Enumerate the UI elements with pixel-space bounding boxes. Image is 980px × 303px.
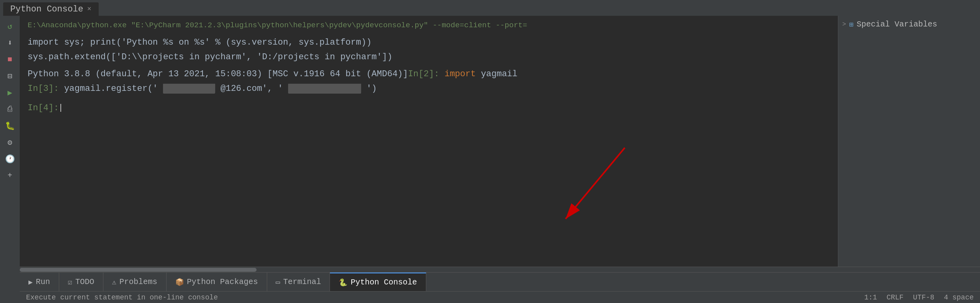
console-tab-icon: 🐍 (339, 278, 347, 287)
in4-line: In[4]: (28, 102, 830, 115)
console-wrapper: E:\Anaconda\python.exe "E:\PyCharm 2021.… (20, 16, 980, 267)
in3-line: In[3]: yagmail.register(' ██████████ @12… (28, 82, 830, 95)
chevron-right-icon: > (842, 21, 846, 28)
code-text-2: sys.path.extend(['D:\\projects in pychar… (28, 52, 392, 62)
todo-tab-label: TODO (75, 277, 94, 286)
stop-icon[interactable]: ■ (3, 52, 17, 66)
tab-todo[interactable]: ☑ TODO (59, 273, 103, 291)
line-ending: CRLF (886, 294, 903, 301)
output-text: Python 3.8.8 (default, Apr 13 2021, 15:0… (28, 69, 408, 79)
code-line-1: import sys; print('Python %s on %s' % (s… (28, 36, 830, 49)
print-icon[interactable]: ⊟ (3, 69, 17, 83)
run-tab-label: Run (36, 277, 50, 286)
in3-prompt: In[3]: (28, 84, 64, 94)
main-tab[interactable]: Python Console × (3, 2, 99, 16)
tab-python-packages[interactable]: 📦 Python Packages (167, 273, 267, 291)
arrow-overlay (514, 144, 641, 235)
console-tab-label: Python Console (350, 278, 417, 287)
tab-close-button[interactable]: × (87, 5, 92, 13)
run-icon[interactable]: ▶ (3, 85, 17, 100)
arrow-svg (514, 144, 641, 231)
cmd-line: E:\Anaconda\python.exe "E:\PyCharm 2021.… (28, 20, 830, 31)
cursor-position: 1:1 (864, 294, 877, 301)
tab-terminal[interactable]: ▭ Terminal (267, 273, 330, 291)
grid-icon: ⊞ (849, 20, 854, 29)
content-column: E:\Anaconda\python.exe "E:\PyCharm 2021.… (20, 16, 980, 303)
problems-tab-label: Problems (120, 277, 157, 286)
scrollbar-thumb[interactable] (20, 268, 257, 272)
status-message: Execute current statement in one-line co… (26, 294, 218, 301)
in3-code: yagmail.register(' (64, 84, 158, 94)
in2-prompt: In[2]: (408, 69, 444, 79)
scroll-down-icon[interactable]: ⬇ (3, 36, 17, 50)
packages-tab-icon: 📦 (175, 278, 184, 286)
tab-python-console[interactable]: 🐍 Python Console (330, 273, 426, 291)
special-vars-header: > ⊞ Special Variables (842, 20, 976, 29)
import-keyword: import (444, 69, 476, 79)
tab-bar: Python Console × (0, 0, 980, 16)
output-line: Python 3.8.8 (default, Apr 13 2021, 15:0… (28, 68, 830, 81)
status-right: 1:1 CRLF UTF-8 4 space (864, 294, 974, 301)
run-tab-icon: ▶ (28, 278, 33, 286)
python-console-tab-label: Python Console (10, 4, 83, 14)
main-area: ↺ ⬇ ■ ⊟ ▶ ⎙ 🐛 ⚙ 🕐 + E:\Anaconda\python.e… (0, 16, 980, 303)
in3-end: ') (366, 84, 377, 94)
history-icon[interactable]: 🕐 (3, 152, 17, 166)
right-panel: > ⊞ Special Variables (838, 16, 980, 267)
indent: 4 space (944, 294, 974, 301)
left-toolbar: ↺ ⬇ ■ ⊟ ▶ ⎙ 🐛 ⚙ 🕐 + (0, 16, 20, 303)
in3-redacted-email: ██████████ (163, 84, 215, 94)
code-text-1: import sys; print('Python %s on %s' % (s… (28, 38, 371, 47)
debug-icon[interactable]: 🐛 (3, 119, 17, 133)
special-vars-label: Special Variables (856, 20, 937, 29)
svg-line-1 (566, 148, 625, 219)
terminal-tab-icon: ▭ (276, 278, 280, 286)
add-icon[interactable]: + (3, 168, 17, 183)
cursor (60, 104, 61, 112)
rerun-icon[interactable]: ↺ (3, 19, 17, 33)
tab-run[interactable]: ▶ Run (20, 273, 59, 291)
todo-tab-icon: ☑ (68, 278, 72, 286)
problems-tab-icon: ⚠ (112, 278, 116, 286)
settings-icon[interactable]: ⚙ (3, 135, 17, 149)
in4-prompt: In[4]: (28, 102, 59, 115)
terminal-tab-label: Terminal (283, 277, 321, 286)
status-bar: Execute current statement in one-line co… (20, 291, 980, 303)
tab-problems[interactable]: ⚠ Problems (103, 273, 167, 291)
code-line-2: sys.path.extend(['D:\\projects in pychar… (28, 51, 830, 64)
in3-at: @126.com', ' (221, 84, 283, 94)
in2-code: yagmail (476, 69, 517, 79)
packages-tab-label: Python Packages (187, 277, 258, 286)
console-scrollbar[interactable] (20, 267, 980, 272)
console-area[interactable]: E:\Anaconda\python.exe "E:\PyCharm 2021.… (20, 16, 838, 267)
encoding: UTF-8 (913, 294, 934, 301)
bottom-tabs: ▶ Run ☑ TODO ⚠ Problems 📦 Python Package… (20, 272, 980, 291)
print2-icon[interactable]: ⎙ (3, 102, 17, 116)
in3-redacted-pass: ██████████████ (288, 84, 361, 94)
